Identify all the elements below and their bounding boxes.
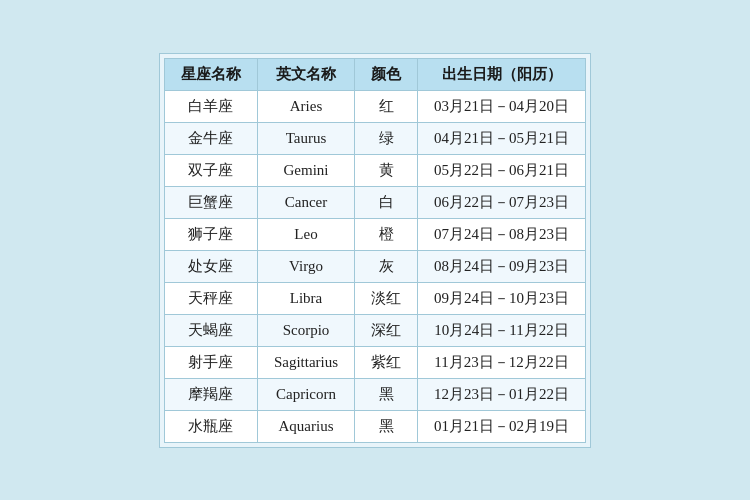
table-cell: 水瓶座 bbox=[164, 410, 257, 442]
table-row: 白羊座Aries红03月21日－04月20日 bbox=[164, 90, 585, 122]
table-cell: 07月24日－08月23日 bbox=[418, 218, 586, 250]
table-row: 射手座Sagittarius紫红11月23日－12月22日 bbox=[164, 346, 585, 378]
table-row: 摩羯座Capricorn黑12月23日－01月22日 bbox=[164, 378, 585, 410]
table-cell: 绿 bbox=[355, 122, 418, 154]
table-container: 星座名称英文名称颜色出生日期（阳历） 白羊座Aries红03月21日－04月20… bbox=[159, 53, 591, 448]
table-cell: 处女座 bbox=[164, 250, 257, 282]
table-cell: Cancer bbox=[257, 186, 354, 218]
table-row: 狮子座Leo橙07月24日－08月23日 bbox=[164, 218, 585, 250]
table-cell: Leo bbox=[257, 218, 354, 250]
table-cell: 06月22日－07月23日 bbox=[418, 186, 586, 218]
table-cell: Taurus bbox=[257, 122, 354, 154]
column-header: 出生日期（阳历） bbox=[418, 58, 586, 90]
table-row: 天蝎座Scorpio深红10月24日－11月22日 bbox=[164, 314, 585, 346]
table-cell: 05月22日－06月21日 bbox=[418, 154, 586, 186]
table-cell: 黑 bbox=[355, 410, 418, 442]
table-cell: 金牛座 bbox=[164, 122, 257, 154]
table-cell: 08月24日－09月23日 bbox=[418, 250, 586, 282]
table-cell: Libra bbox=[257, 282, 354, 314]
table-cell: 黑 bbox=[355, 378, 418, 410]
table-cell: 天秤座 bbox=[164, 282, 257, 314]
table-cell: Aries bbox=[257, 90, 354, 122]
table-cell: 白 bbox=[355, 186, 418, 218]
zodiac-table: 星座名称英文名称颜色出生日期（阳历） 白羊座Aries红03月21日－04月20… bbox=[164, 58, 586, 443]
table-cell: 深红 bbox=[355, 314, 418, 346]
column-header: 颜色 bbox=[355, 58, 418, 90]
table-cell: 淡红 bbox=[355, 282, 418, 314]
table-cell: 紫红 bbox=[355, 346, 418, 378]
table-cell: 03月21日－04月20日 bbox=[418, 90, 586, 122]
table-cell: 红 bbox=[355, 90, 418, 122]
column-header: 英文名称 bbox=[257, 58, 354, 90]
table-cell: 11月23日－12月22日 bbox=[418, 346, 586, 378]
table-row: 金牛座Taurus绿04月21日－05月21日 bbox=[164, 122, 585, 154]
table-cell: 12月23日－01月22日 bbox=[418, 378, 586, 410]
table-cell: 双子座 bbox=[164, 154, 257, 186]
table-cell: 09月24日－10月23日 bbox=[418, 282, 586, 314]
table-cell: 04月21日－05月21日 bbox=[418, 122, 586, 154]
table-cell: 橙 bbox=[355, 218, 418, 250]
table-cell: Virgo bbox=[257, 250, 354, 282]
table-cell: 白羊座 bbox=[164, 90, 257, 122]
table-cell: 10月24日－11月22日 bbox=[418, 314, 586, 346]
table-row: 天秤座Libra淡红09月24日－10月23日 bbox=[164, 282, 585, 314]
table-row: 水瓶座Aquarius黑01月21日－02月19日 bbox=[164, 410, 585, 442]
table-row: 双子座Gemini黄05月22日－06月21日 bbox=[164, 154, 585, 186]
table-cell: 狮子座 bbox=[164, 218, 257, 250]
table-cell: Aquarius bbox=[257, 410, 354, 442]
table-cell: 黄 bbox=[355, 154, 418, 186]
table-cell: 天蝎座 bbox=[164, 314, 257, 346]
table-row: 处女座Virgo灰08月24日－09月23日 bbox=[164, 250, 585, 282]
table-cell: 灰 bbox=[355, 250, 418, 282]
table-header-row: 星座名称英文名称颜色出生日期（阳历） bbox=[164, 58, 585, 90]
table-cell: Gemini bbox=[257, 154, 354, 186]
table-cell: Scorpio bbox=[257, 314, 354, 346]
table-cell: 巨蟹座 bbox=[164, 186, 257, 218]
table-cell: 摩羯座 bbox=[164, 378, 257, 410]
table-cell: Capricorn bbox=[257, 378, 354, 410]
table-cell: 射手座 bbox=[164, 346, 257, 378]
table-cell: 01月21日－02月19日 bbox=[418, 410, 586, 442]
column-header: 星座名称 bbox=[164, 58, 257, 90]
table-row: 巨蟹座Cancer白06月22日－07月23日 bbox=[164, 186, 585, 218]
table-cell: Sagittarius bbox=[257, 346, 354, 378]
